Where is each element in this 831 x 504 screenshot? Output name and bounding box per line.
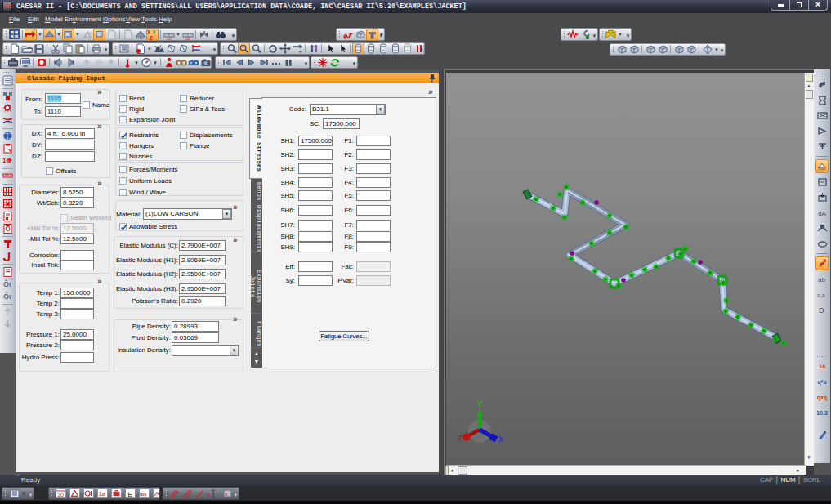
svg-text:dA: dA: [818, 210, 826, 217]
svg-text:ab: ab: [818, 276, 825, 283]
svg-text:a: a: [207, 491, 211, 498]
svg-text:10: 10: [185, 36, 190, 40]
svg-text:D: D: [819, 306, 824, 314]
svg-text:E: E: [127, 491, 132, 498]
svg-text:Ôı: Ôı: [3, 279, 11, 288]
svg-text:Y: Y: [153, 29, 157, 35]
svg-text:Z: Z: [150, 34, 153, 39]
svg-text:o,a: o,a: [817, 292, 825, 298]
svg-text:...: ...: [273, 57, 276, 62]
svg-text:10: 10: [57, 492, 64, 497]
svg-text:X: X: [498, 435, 504, 444]
svg-text:x: x: [89, 30, 92, 35]
svg-text:+: +: [298, 48, 302, 54]
svg-text:Z: Z: [458, 434, 463, 444]
svg-text:lbs: lbs: [140, 492, 147, 497]
svg-text:Y: Y: [477, 399, 483, 409]
svg-text:1ø: 1ø: [98, 491, 105, 497]
svg-text:10: 10: [167, 36, 172, 40]
